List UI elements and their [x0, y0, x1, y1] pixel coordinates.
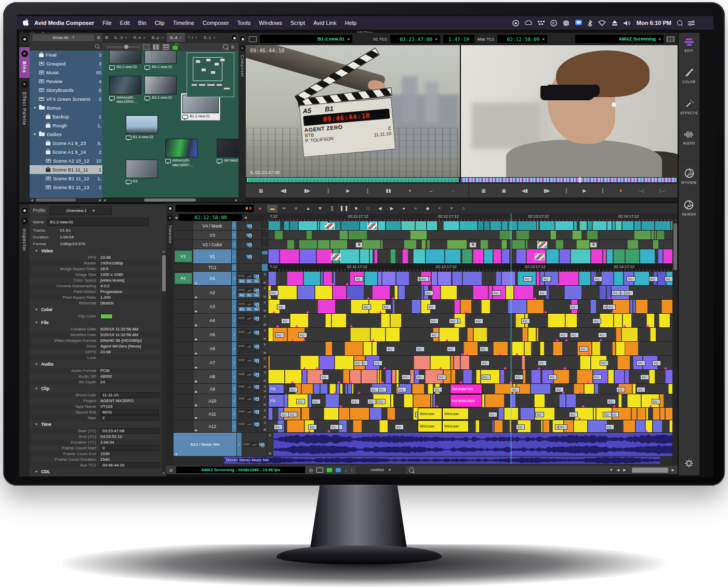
timeline-clip[interactable]	[501, 249, 509, 263]
timeline-clip[interactable]	[478, 221, 483, 230]
timeline-clip[interactable]	[402, 249, 408, 263]
timeline-clip[interactable]	[392, 370, 395, 383]
eq-badge[interactable]	[246, 390, 253, 394]
track-header[interactable]: TC1	[193, 264, 232, 271]
apple-menu-icon[interactable]	[23, 19, 29, 27]
audio-track-lane[interactable]: EQEQEQEQEQ	[268, 342, 672, 355]
solo-mute-cell[interactable]: SM	[262, 370, 268, 383]
wave-icon[interactable]	[239, 409, 245, 414]
drive-icon[interactable]	[512, 20, 519, 26]
gear-icon[interactable]	[258, 442, 265, 447]
solo-mute-cell[interactable]: SM	[262, 272, 268, 285]
bin-clip-card[interactable]: B6-2.new.02	[144, 51, 177, 70]
source-track-label[interactable]: V1 TC1	[373, 37, 387, 42]
inspector-scrollbar[interactable]: ▲▼	[162, 254, 166, 474]
bin-list-item[interactable]: Scene A2 10_1210	[30, 156, 102, 165]
eq-badge[interactable]	[246, 335, 253, 339]
bin-clip-card[interactable]: B1-4.new.03	[126, 115, 158, 140]
eq-badge[interactable]	[253, 427, 260, 431]
timeline-clip[interactable]	[287, 272, 303, 285]
monitor-icon[interactable]	[261, 250, 268, 255]
timeline-clip[interactable]	[663, 249, 672, 263]
toggle-down-icon[interactable]: ↓	[345, 468, 347, 473]
timeline-clip[interactable]	[345, 384, 347, 394]
timeline-clip[interactable]	[590, 300, 596, 313]
solo-mute-cell[interactable]: SM	[262, 420, 268, 432]
solo-mute-cell[interactable]: SM	[262, 286, 268, 299]
timeline-clip[interactable]	[501, 221, 508, 230]
bin-tab[interactable]: S..1×	[201, 33, 219, 42]
eq-badge[interactable]	[253, 415, 260, 419]
timeline-clip[interactable]	[330, 240, 347, 249]
close-icon[interactable]: ×	[21, 50, 28, 57]
solo-mute-cell[interactable]	[262, 231, 268, 239]
timeline-clip[interactable]	[606, 249, 613, 263]
dock-handle-icon[interactable]	[21, 207, 29, 215]
close-icon[interactable]: ×	[167, 215, 173, 221]
audio-track-lane[interactable]: EQEQEQEQEQEQEQEQEQEQEQEQ	[268, 272, 672, 285]
menu-avid-link[interactable]: Avid Link	[309, 20, 340, 26]
timeline-clip[interactable]	[317, 240, 329, 249]
source-position-bar[interactable]	[247, 178, 459, 182]
timeline-clip[interactable]	[323, 272, 332, 285]
track-header[interactable]: A3◀	[193, 300, 232, 313]
key-icon[interactable]	[246, 344, 253, 349]
step-forward-button[interactable]: ▮▶	[544, 189, 550, 193]
eq-badge[interactable]	[246, 321, 253, 325]
mark-in-button[interactable]: [	[602, 189, 604, 193]
solo-mute-cell[interactable]: SM	[262, 300, 268, 313]
wave-icon[interactable]	[239, 288, 245, 292]
bins-hscrollbar[interactable]: ◀ ▶	[30, 198, 102, 202]
timeline-clip[interactable]	[548, 314, 565, 327]
patch-V1[interactable]: V1	[175, 250, 192, 263]
clip-name-field[interactable]: B1-2.new.01	[47, 218, 149, 226]
gear-icon[interactable]	[253, 330, 260, 335]
timeline-clip[interactable]	[378, 221, 385, 230]
dock-handle-icon[interactable]	[231, 34, 237, 41]
bin-list-item[interactable]: Scene B1 11_121,	[30, 174, 102, 183]
eq-badge[interactable]	[246, 349, 253, 353]
timeline-clip[interactable]	[623, 420, 635, 432]
timeline-clip[interactable]	[454, 356, 460, 369]
timeline-clip[interactable]	[555, 240, 563, 249]
pen-tool-cell[interactable]: /	[232, 314, 237, 327]
timeline-clip[interactable]	[325, 342, 332, 355]
key-icon[interactable]	[246, 302, 253, 306]
search-icon[interactable]	[409, 468, 414, 473]
timeline-clip[interactable]	[438, 272, 451, 285]
wave-icon[interactable]	[239, 422, 245, 426]
wave-icon[interactable]	[239, 302, 245, 306]
scroll-right-icon[interactable]: ▶	[623, 468, 626, 472]
source-clip-menu[interactable]: B1-2.new.01▼	[260, 35, 352, 43]
track-header[interactable]: A11◀	[193, 408, 232, 420]
wave-icon[interactable]	[244, 442, 250, 447]
timeline-clip[interactable]	[493, 249, 501, 263]
master-timecode[interactable]: 02:12:58:09	[179, 214, 242, 221]
timeline-clip[interactable]	[390, 249, 395, 263]
roll-left-icon[interactable]: ◀	[375, 205, 385, 212]
grid-icon[interactable]: ▦	[259, 189, 263, 193]
timeline-clip[interactable]	[484, 221, 489, 230]
chat-icon[interactable]	[575, 20, 582, 26]
pen-tool-cell[interactable]: /	[232, 394, 237, 407]
audio-track-lane[interactable]: EQEQEQEQEQEQ	[268, 328, 672, 341]
solo-mute-cell[interactable]: SM	[262, 408, 268, 420]
timeline-clip[interactable]	[537, 221, 538, 230]
timeline-clip[interactable]	[467, 328, 473, 341]
pen-tool-cell[interactable]: /	[232, 328, 237, 341]
video-track-lane[interactable]	[268, 221, 672, 230]
thumbnail-size-slider[interactable]	[107, 47, 140, 47]
search-icon[interactable]	[677, 20, 682, 25]
timeline-clip[interactable]	[653, 240, 658, 249]
bins-tab[interactable]: × Bins	[19, 47, 30, 78]
timeline-clip[interactable]	[339, 249, 359, 263]
timeline-view-preset[interactable]: Untitled▼	[356, 466, 405, 474]
timeline-clip[interactable]	[339, 408, 349, 420]
timeline-clip[interactable]	[516, 249, 526, 263]
eject-icon[interactable]	[612, 20, 618, 26]
timeline-clip[interactable]	[287, 420, 304, 432]
monitor-icon[interactable]	[261, 222, 268, 227]
timeline-clip[interactable]	[579, 272, 590, 285]
timeline-clip[interactable]	[277, 286, 297, 299]
scroll-right-icon[interactable]: ▶	[99, 198, 101, 202]
